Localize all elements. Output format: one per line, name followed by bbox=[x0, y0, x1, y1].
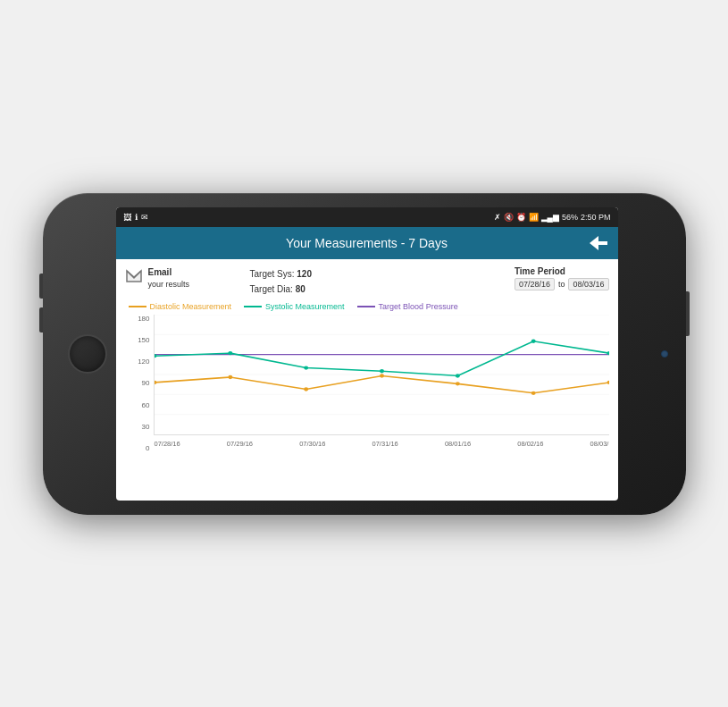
y-label-30: 30 bbox=[142, 423, 150, 431]
systolic-line-icon bbox=[244, 306, 262, 307]
svg-point-12 bbox=[455, 374, 459, 377]
y-axis: 180 150 120 90 60 30 0 bbox=[125, 315, 154, 453]
x-label-2: 07/30/16 bbox=[299, 440, 325, 448]
svg-point-11 bbox=[380, 369, 384, 373]
svg-point-13 bbox=[531, 339, 535, 342]
wifi-icon: 📶 bbox=[529, 213, 539, 222]
x-label-3: 07/31/16 bbox=[372, 440, 398, 448]
y-label-0: 0 bbox=[146, 444, 149, 452]
legend-diastolic: Diastolic Measurement bbox=[129, 302, 232, 311]
svg-point-10 bbox=[304, 366, 308, 369]
x-label-6: 08/03/ bbox=[590, 440, 609, 448]
svg-point-18 bbox=[380, 374, 384, 377]
battery-percentage: 56% bbox=[562, 213, 578, 222]
legend-systolic: Systolic Measurement bbox=[244, 302, 345, 311]
x-label-0: 07/28/16 bbox=[155, 440, 180, 448]
home-button[interactable] bbox=[68, 334, 107, 374]
chart-svg bbox=[155, 315, 609, 434]
svg-point-16 bbox=[228, 375, 232, 378]
current-time: 2:50 PM bbox=[581, 213, 611, 222]
status-bar: 🖼 ℹ ✉ ✗ 🔇 ⏰ 📶 ▂▄▆ 56% 2:50 PM bbox=[116, 207, 618, 227]
y-label-60: 60 bbox=[142, 401, 150, 409]
email-label: Email your results bbox=[148, 266, 190, 290]
mute-icon: 🔇 bbox=[504, 213, 514, 222]
status-icons-left: 🖼 ℹ ✉ bbox=[123, 213, 148, 222]
y-label-90: 90 bbox=[142, 379, 150, 387]
y-label-150: 150 bbox=[138, 336, 149, 344]
phone-body: 🖼 ℹ ✉ ✗ 🔇 ⏰ 📶 ▂▄▆ 56% 2:50 PM Your Measu… bbox=[43, 193, 686, 515]
x-axis: 07/28/16 07/29/16 07/30/16 07/31/16 08/0… bbox=[155, 440, 609, 448]
x-label-4: 08/01/16 bbox=[445, 440, 471, 448]
app-bar: Your Measurements - 7 Days bbox=[116, 227, 618, 259]
camera-icon bbox=[661, 350, 668, 358]
date-to[interactable]: 08/03/16 bbox=[568, 278, 608, 290]
email-icon bbox=[125, 269, 143, 287]
date-to-separator: to bbox=[558, 280, 565, 289]
y-label-180: 180 bbox=[138, 315, 149, 323]
main-content: Email your results Target Sys: 120 Targe… bbox=[116, 259, 618, 475]
status-icons-right: ✗ 🔇 ⏰ 📶 ▂▄▆ 56% 2:50 PM bbox=[494, 213, 611, 222]
time-period-label: Time Period bbox=[515, 266, 565, 276]
chart-container: 180 150 120 90 60 30 0 bbox=[125, 315, 609, 471]
volume-down-button[interactable] bbox=[39, 307, 43, 332]
screen: 🖼 ℹ ✉ ✗ 🔇 ⏰ 📶 ▂▄▆ 56% 2:50 PM Your Measu… bbox=[116, 207, 618, 501]
svg-point-19 bbox=[455, 382, 459, 385]
x-label-5: 08/02/16 bbox=[517, 440, 543, 448]
chart-legend: Diastolic Measurement Systolic Measureme… bbox=[125, 302, 609, 311]
svg-point-21 bbox=[607, 380, 608, 383]
message-icon: ✉ bbox=[141, 213, 148, 222]
diastolic-line-icon bbox=[129, 306, 146, 307]
email-section[interactable]: Email your results bbox=[125, 266, 241, 290]
svg-point-17 bbox=[304, 387, 308, 391]
svg-point-15 bbox=[155, 380, 156, 383]
photo-icon: 🖼 bbox=[123, 213, 131, 222]
target-line-icon bbox=[357, 306, 375, 307]
power-button[interactable] bbox=[686, 291, 690, 336]
date-range: 07/28/16 to 08/03/16 bbox=[515, 278, 609, 290]
volume-up-button[interactable] bbox=[39, 274, 43, 299]
info-icon: ℹ bbox=[135, 213, 138, 222]
target-section: Target Sys: 120 Target Dia: 80 bbox=[241, 266, 515, 297]
y-label-120: 120 bbox=[138, 358, 149, 366]
legend-target: Target Blood Pressure bbox=[357, 302, 458, 311]
target-dia: Target Dia: 80 bbox=[250, 282, 515, 297]
page-title: Your Measurements - 7 Days bbox=[146, 236, 588, 250]
alarm-icon: ⏰ bbox=[516, 213, 526, 222]
back-button[interactable] bbox=[588, 232, 609, 254]
svg-point-20 bbox=[531, 391, 535, 394]
chart-area: 07/28/16 07/29/16 07/30/16 07/31/16 08/0… bbox=[154, 315, 609, 435]
bluetooth-icon: ✗ bbox=[494, 213, 501, 222]
target-sys: Target Sys: 120 bbox=[250, 266, 515, 282]
signal-bars: ▂▄▆ bbox=[541, 213, 559, 222]
target-legend-label: Target Blood Pressure bbox=[379, 302, 458, 311]
date-from[interactable]: 07/28/16 bbox=[515, 278, 555, 290]
phone-device: 🖼 ℹ ✉ ✗ 🔇 ⏰ 📶 ▂▄▆ 56% 2:50 PM Your Measu… bbox=[43, 193, 686, 515]
info-row: Email your results Target Sys: 120 Targe… bbox=[125, 266, 609, 297]
diastolic-legend-label: Diastolic Measurement bbox=[150, 302, 232, 311]
svg-point-9 bbox=[228, 350, 232, 354]
time-period-section: Time Period 07/28/16 to 08/03/16 bbox=[515, 266, 609, 290]
systolic-legend-label: Systolic Measurement bbox=[265, 302, 345, 311]
x-label-1: 07/29/16 bbox=[227, 440, 253, 448]
